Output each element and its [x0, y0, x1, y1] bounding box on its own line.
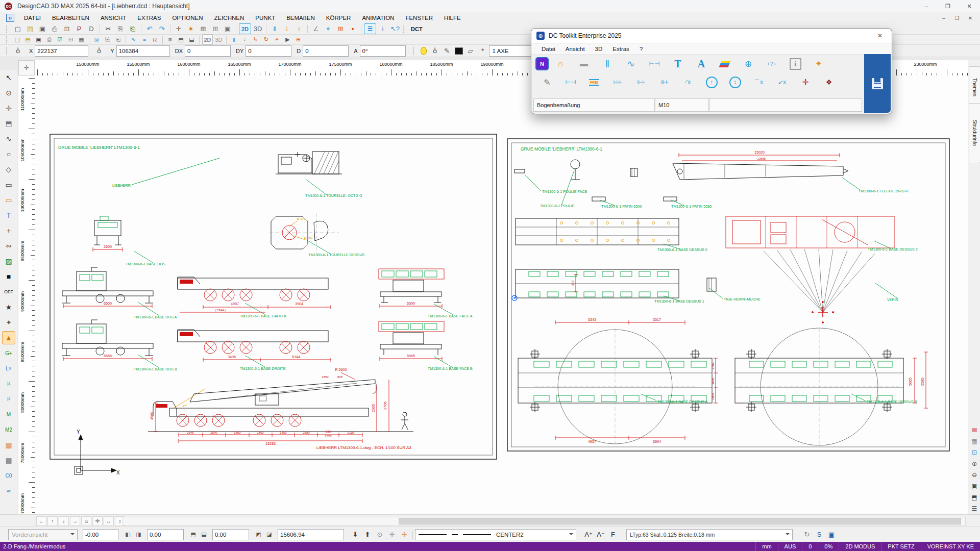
doc-check-icon[interactable]: ☑	[55, 35, 65, 44]
menu-datei[interactable]: DATEI	[18, 15, 46, 21]
chain-dimension-icon[interactable]: ⊦⊦⊦	[606, 74, 629, 90]
info-1-icon[interactable]: I¹	[2, 377, 15, 390]
selection-filter-icon[interactable]: ☰	[364, 23, 376, 34]
child-minimize-button[interactable]: –	[937, 13, 950, 22]
iso-view-icon[interactable]: ⧈	[165, 35, 175, 44]
open-file-icon[interactable]: ▤	[24, 24, 36, 34]
red-crosshair-icon[interactable]: ✛	[794, 74, 817, 90]
y-input[interactable]: 106384	[116, 45, 170, 57]
toolbar-grip-2[interactable]	[403, 26, 407, 33]
cursor-icon[interactable]: ▶	[283, 35, 292, 44]
dc-toolkit-app-icon[interactable]: N	[535, 57, 549, 70]
zoom-icon[interactable]: ⊙	[2, 86, 15, 99]
pan-right-icon[interactable]: →	[70, 516, 80, 526]
document-icon[interactable]: D	[6, 14, 14, 22]
d-input[interactable]: 0	[303, 45, 349, 57]
red-node-icon[interactable]: ▪	[347, 24, 358, 34]
circle-tool-icon[interactable]: ○	[2, 147, 15, 161]
zoom-out-icon[interactable]: ⊖	[970, 470, 979, 480]
print-preview-icon[interactable]: ⊡	[61, 24, 72, 34]
menu-punkt[interactable]: PUNKT	[250, 15, 281, 21]
horizontal-scrollbar[interactable]	[122, 517, 966, 525]
origin-crosshair-icon[interactable]: ⌖	[272, 35, 282, 44]
dct-menu-extras[interactable]: Extras	[607, 46, 634, 52]
y-lock-icon[interactable]: ⚲	[93, 46, 105, 56]
value-1-input[interactable]: -0.00	[83, 529, 118, 540]
view-top-icon[interactable]: ⬒	[188, 530, 198, 539]
dct-menu-help[interactable]: ?	[634, 46, 648, 52]
leader-icon[interactable]: ↙x	[770, 74, 794, 90]
doc-find-icon[interactable]: ⊡	[66, 35, 76, 44]
color-swatch-icon[interactable]: ■	[2, 270, 15, 283]
dct-close-button[interactable]: ✕	[872, 32, 892, 39]
copy-icon[interactable]: ⎘	[115, 24, 126, 34]
new-file-icon[interactable]: ▢	[12, 24, 23, 34]
grid-orange-icon[interactable]: ▦	[2, 438, 15, 452]
color-black-swatch[interactable]	[455, 47, 463, 55]
rotate-r-icon[interactable]: R	[150, 35, 160, 44]
notes-edit-icon[interactable]: ✎	[535, 74, 559, 90]
m-layer-icon[interactable]: M	[2, 408, 15, 421]
value-3-input[interactable]: 0.00	[212, 529, 249, 540]
rect-tool-icon[interactable]: ▭	[2, 178, 15, 191]
print-icon[interactable]: ⎙	[49, 24, 60, 34]
c0-layer-icon[interactable]: C0	[2, 469, 15, 482]
off-toggle[interactable]: OFF	[2, 285, 15, 298]
camera-crosshair-icon[interactable]: ⌖	[807, 56, 830, 72]
edit-pencil-icon[interactable]: ✎	[442, 46, 453, 56]
pan-home-icon[interactable]: ⌂	[81, 516, 91, 526]
info-2-icon[interactable]: I²	[2, 392, 15, 406]
arc-length-icon[interactable]: ⌒x	[747, 74, 770, 90]
view-bottom-icon[interactable]: ⬓	[199, 530, 209, 539]
a-input[interactable]: 0°	[360, 45, 406, 57]
side-tab-strukturinfo[interactable]: Strukturinfo	[969, 103, 980, 163]
triangle-tool-icon[interactable]: ▲	[2, 331, 15, 344]
vertex-tool-icon[interactable]: ⌖	[323, 24, 334, 34]
pause-icon[interactable]: ‖	[269, 24, 280, 34]
binoculars-icon[interactable]: ◎	[92, 35, 102, 44]
m2-layer-icon[interactable]: M2	[2, 423, 15, 436]
menu-animation[interactable]: ANIMATION	[356, 15, 400, 21]
point-tool-icon[interactable]: +	[2, 224, 15, 237]
ruler-origin-button[interactable]: ✛	[18, 60, 35, 76]
move-down-icon[interactable]: ⬇	[350, 530, 361, 539]
mode-2d-b-toggle[interactable]: 2D	[202, 34, 213, 45]
g-plus-layer-icon[interactable]: G+	[2, 346, 15, 360]
child-restore-button[interactable]: ❐	[950, 13, 964, 22]
angle-tool-icon[interactable]: ∠	[310, 24, 322, 34]
curve-tool-icon[interactable]: ∾	[2, 239, 15, 253]
doc-options-icon[interactable]: D	[86, 24, 97, 34]
drawing-canvas[interactable]: GRUE MOBILE 'LIEBHERR' LTM1300-6-1LIEBHE…	[35, 76, 968, 514]
baseline-dimension-icon[interactable]: ⊩⊦	[629, 74, 653, 90]
point-star-icon[interactable]: ✶	[185, 24, 197, 34]
pan-down-icon[interactable]: ↓	[59, 516, 69, 526]
context-help-icon[interactable]: ↖?	[389, 24, 401, 34]
cube-view-2-icon[interactable]: ⬓	[187, 35, 197, 44]
list-panel-icon[interactable]: ☰	[970, 504, 979, 513]
close-button[interactable]: ✕	[959, 1, 980, 12]
cube-view-icon[interactable]: ⬒	[176, 35, 186, 44]
array-box-2-icon[interactable]: ⊞	[210, 24, 221, 34]
pan-left-icon[interactable]: ←	[36, 516, 46, 526]
pan-icon[interactable]: ✛	[2, 102, 15, 115]
move-points-icon[interactable]: ❖	[817, 74, 841, 90]
up-arrow-icon[interactable]: ↑	[293, 24, 305, 34]
dct-menu-datei[interactable]: Datei	[536, 46, 560, 52]
x-lock-icon[interactable]: ⚲	[12, 46, 23, 56]
dct-menu-3d[interactable]: 3D	[590, 46, 608, 52]
open-drawing-icon[interactable]: ▤	[23, 35, 33, 44]
coord-grip-2[interactable]	[413, 47, 416, 55]
info-box-icon[interactable]: i	[783, 56, 807, 72]
new-sheet-icon[interactable]: ▢	[12, 35, 22, 44]
dy-input[interactable]: 0	[246, 45, 291, 57]
save-style-icon[interactable]: ▣	[826, 530, 837, 539]
linestyle-combo[interactable]: CENTER2	[415, 529, 576, 540]
menu-zeichnen[interactable]: ZEICHNEN	[208, 15, 250, 21]
dct-menu-ansicht[interactable]: Ansicht	[560, 46, 590, 52]
zoom-xy-icon[interactable]: ⊙	[374, 530, 385, 539]
polygon-tool-icon[interactable]: ✦	[2, 316, 15, 329]
linetype-combo[interactable]: LTyp:63 Skal.:0.125 Breite:0.18 mm	[626, 529, 793, 540]
save-drawing-icon[interactable]: ▣	[34, 35, 43, 44]
dct-title-bar[interactable]: ⊛ DC Toolkit Enterprise 2025 ✕	[531, 29, 892, 43]
menu-extras[interactable]: EXTRAS	[132, 15, 166, 21]
